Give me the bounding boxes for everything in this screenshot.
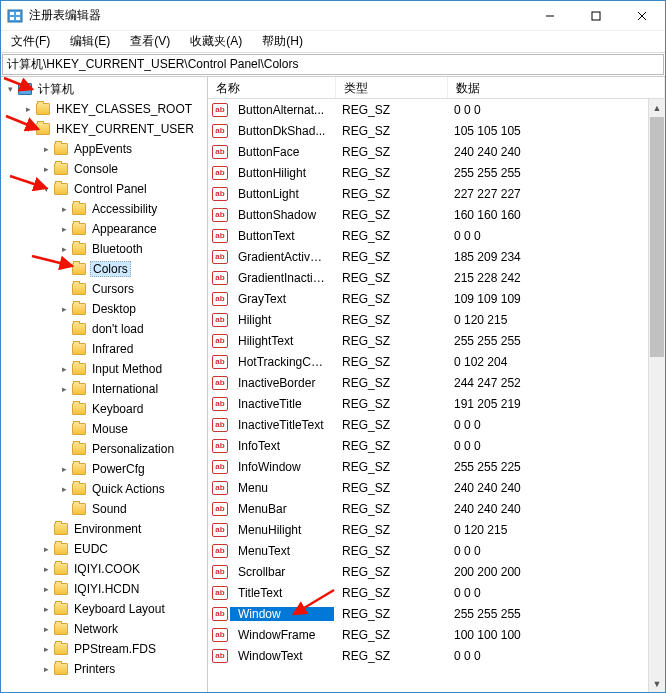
tree-node[interactable]: don't load — [1, 319, 207, 339]
tree-label[interactable]: PowerCfg — [90, 462, 147, 476]
tree-node[interactable]: Environment — [1, 519, 207, 539]
value-name[interactable]: Menu — [230, 481, 334, 495]
list-row[interactable]: abInactiveBorderREG_SZ244 247 252 — [208, 372, 665, 393]
tree-label[interactable]: Cursors — [90, 282, 136, 296]
list-row[interactable]: abMenuBarREG_SZ240 240 240 — [208, 498, 665, 519]
vertical-scrollbar[interactable]: ▲ ▼ — [648, 99, 665, 692]
collapse-icon[interactable] — [41, 184, 52, 195]
tree-label[interactable]: Network — [72, 622, 120, 636]
tree-label[interactable]: Desktop — [90, 302, 138, 316]
tree-node[interactable]: Network — [1, 619, 207, 639]
tree-label[interactable]: Printers — [72, 662, 117, 676]
tree-label[interactable]: International — [90, 382, 160, 396]
tree-node[interactable]: Console — [1, 159, 207, 179]
value-name[interactable]: ButtonAlternat... — [230, 103, 334, 117]
list-row[interactable]: abButtonHilightREG_SZ255 255 255 — [208, 162, 665, 183]
tree-node[interactable]: PowerCfg — [1, 459, 207, 479]
tree-label[interactable]: AppEvents — [72, 142, 134, 156]
list-row[interactable]: abHilightTextREG_SZ255 255 255 — [208, 330, 665, 351]
tree-label[interactable]: IQIYI.COOK — [72, 562, 142, 576]
list-row[interactable]: abButtonTextREG_SZ0 0 0 — [208, 225, 665, 246]
expand-icon[interactable] — [41, 644, 52, 655]
maximize-button[interactable] — [573, 1, 619, 31]
value-name[interactable]: InactiveTitleText — [230, 418, 334, 432]
list-row[interactable]: abWindowTextREG_SZ0 0 0 — [208, 645, 665, 666]
list-row[interactable]: abScrollbarREG_SZ200 200 200 — [208, 561, 665, 582]
expand-icon[interactable] — [59, 244, 70, 255]
value-name[interactable]: HilightText — [230, 334, 334, 348]
expand-icon[interactable] — [41, 564, 52, 575]
tree-label[interactable]: Input Method — [90, 362, 164, 376]
tree-node[interactable]: Keyboard Layout — [1, 599, 207, 619]
tree-node[interactable]: 计算机 — [1, 79, 207, 99]
value-name[interactable]: TitleText — [230, 586, 334, 600]
value-name[interactable]: WindowText — [230, 649, 334, 663]
menu-item[interactable]: 收藏夹(A) — [186, 31, 246, 52]
tree-label[interactable]: HKEY_CURRENT_USER — [54, 122, 196, 136]
expand-icon[interactable] — [23, 104, 34, 115]
list-row[interactable]: abGrayTextREG_SZ109 109 109 — [208, 288, 665, 309]
list-row[interactable]: abButtonShadowREG_SZ160 160 160 — [208, 204, 665, 225]
expand-icon[interactable] — [59, 304, 70, 315]
tree-node[interactable]: Quick Actions — [1, 479, 207, 499]
tree-label[interactable]: don't load — [90, 322, 146, 336]
value-name[interactable]: InfoWindow — [230, 460, 334, 474]
list-row[interactable]: abWindowFrameREG_SZ100 100 100 — [208, 624, 665, 645]
list-row[interactable]: abInactiveTitleTextREG_SZ0 0 0 — [208, 414, 665, 435]
value-name[interactable]: InactiveTitle — [230, 397, 334, 411]
expand-icon[interactable] — [59, 364, 70, 375]
tree-node[interactable]: Sound — [1, 499, 207, 519]
tree-node[interactable]: Printers — [1, 659, 207, 679]
tree-label[interactable]: Bluetooth — [90, 242, 145, 256]
tree-label[interactable]: Control Panel — [72, 182, 149, 196]
tree-label[interactable]: Keyboard Layout — [72, 602, 167, 616]
tree-node[interactable]: Colors — [1, 259, 207, 279]
collapse-icon[interactable] — [5, 84, 16, 95]
tree-label[interactable]: Accessibility — [90, 202, 159, 216]
tree-node[interactable]: Infrared — [1, 339, 207, 359]
value-name[interactable]: ButtonText — [230, 229, 334, 243]
tree-node[interactable]: Desktop — [1, 299, 207, 319]
tree-node[interactable]: Control Panel — [1, 179, 207, 199]
value-name[interactable]: ButtonFace — [230, 145, 334, 159]
list-row[interactable]: abTitleTextREG_SZ0 0 0 — [208, 582, 665, 603]
expand-icon[interactable] — [41, 144, 52, 155]
expand-icon[interactable] — [59, 204, 70, 215]
tree-node[interactable]: Bluetooth — [1, 239, 207, 259]
tree-label[interactable]: Personalization — [90, 442, 176, 456]
expand-icon[interactable] — [59, 484, 70, 495]
expand-icon[interactable] — [41, 664, 52, 675]
scroll-down-arrow[interactable]: ▼ — [649, 675, 665, 692]
list-pane[interactable]: 名称 类型 数据 abButtonAlternat...REG_SZ0 0 0a… — [208, 77, 665, 692]
expand-icon[interactable] — [41, 584, 52, 595]
tree-node[interactable]: PPStream.FDS — [1, 639, 207, 659]
list-row[interactable]: abMenuTextREG_SZ0 0 0 — [208, 540, 665, 561]
list-row[interactable]: abMenuREG_SZ240 240 240 — [208, 477, 665, 498]
header-name[interactable]: 名称 — [208, 77, 336, 98]
tree-node[interactable]: HKEY_CLASSES_ROOT — [1, 99, 207, 119]
tree-label[interactable]: Appearance — [90, 222, 159, 236]
expand-icon[interactable] — [41, 164, 52, 175]
value-name[interactable]: MenuBar — [230, 502, 334, 516]
list-header[interactable]: 名称 类型 数据 — [208, 77, 665, 99]
tree-label[interactable]: IQIYI.HCDN — [72, 582, 141, 596]
address-input[interactable] — [2, 54, 664, 75]
list-row[interactable]: abButtonDkShad...REG_SZ105 105 105 — [208, 120, 665, 141]
tree-label[interactable]: PPStream.FDS — [72, 642, 158, 656]
scroll-up-arrow[interactable]: ▲ — [649, 99, 665, 116]
close-button[interactable] — [619, 1, 665, 31]
tree-label[interactable]: Infrared — [90, 342, 135, 356]
value-name[interactable]: GrayText — [230, 292, 334, 306]
value-name[interactable]: ButtonHilight — [230, 166, 334, 180]
menu-item[interactable]: 文件(F) — [7, 31, 54, 52]
scroll-thumb[interactable] — [650, 117, 664, 357]
tree-node[interactable]: International — [1, 379, 207, 399]
collapse-icon[interactable] — [23, 124, 34, 135]
tree-node[interactable]: Mouse — [1, 419, 207, 439]
value-name[interactable]: HotTrackingCo... — [230, 355, 334, 369]
list-row[interactable]: abWindowREG_SZ255 255 255 — [208, 603, 665, 624]
value-name[interactable]: GradientInactiv... — [230, 271, 334, 285]
list-row[interactable]: abGradientInactiv...REG_SZ215 228 242 — [208, 267, 665, 288]
tree-node[interactable]: EUDC — [1, 539, 207, 559]
value-name[interactable]: ButtonDkShad... — [230, 124, 334, 138]
